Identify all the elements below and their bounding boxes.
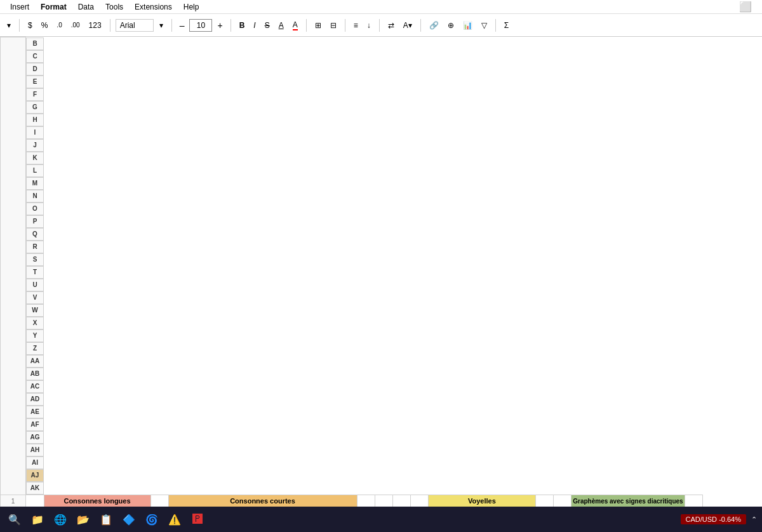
col-AA[interactable]: AA — [26, 355, 44, 368]
menu-insert[interactable]: Insert — [5, 1, 34, 13]
col-X[interactable]: X — [26, 317, 44, 329]
col-AG[interactable]: AG — [26, 431, 44, 444]
font-dropdown[interactable]: ▾ — [156, 20, 166, 31]
menu-tools[interactable]: Tools — [100, 1, 128, 13]
col-AF[interactable]: AF — [26, 418, 44, 431]
cell-AK1[interactable] — [685, 495, 702, 507]
col-F[interactable]: F — [26, 88, 44, 101]
cell-U1[interactable] — [375, 495, 392, 507]
wrap-btn[interactable]: ⇄ — [385, 20, 398, 31]
col-T[interactable]: T — [26, 266, 44, 279]
col-U[interactable]: U — [26, 279, 44, 291]
col-S[interactable]: S — [26, 253, 44, 266]
filter-btn[interactable]: ▽ — [478, 20, 490, 31]
cell-AA1[interactable] — [554, 495, 572, 507]
merge-btn[interactable]: ⊟ — [327, 20, 340, 31]
borders-btn[interactable]: ⊞ — [312, 20, 324, 31]
format-number-btn[interactable]: 123 — [86, 20, 105, 31]
cell-I1[interactable] — [150, 495, 168, 507]
cell-voyelles[interactable]: Voyelles — [428, 495, 536, 507]
col-I[interactable]: I — [26, 126, 44, 139]
currency-btn[interactable]: $ — [25, 20, 36, 31]
col-M[interactable]: M — [26, 177, 44, 190]
taskbar-app5[interactable]: 🅿 — [188, 510, 207, 529]
col-AB[interactable]: AB — [26, 368, 44, 380]
minus-btn[interactable]: – — [177, 20, 187, 30]
taskbar-arrow-up[interactable]: ⌃ — [751, 515, 757, 524]
strikethrough-btn[interactable]: S — [262, 20, 273, 31]
col-C[interactable]: C — [26, 50, 44, 63]
taskbar-app2[interactable]: 🔷 — [119, 510, 138, 529]
col-D[interactable]: D — [26, 63, 44, 76]
menu-format[interactable]: Format — [36, 1, 72, 13]
text-color-btn[interactable]: A — [290, 19, 301, 32]
col-R[interactable]: R — [26, 241, 44, 253]
cell-consonnes-longues[interactable]: Consonnes longues — [44, 495, 150, 507]
chart-btn[interactable]: 📊 — [460, 20, 476, 31]
col-G[interactable]: G — [26, 101, 44, 114]
separator-3 — [171, 19, 172, 32]
separator-8 — [420, 19, 421, 32]
taskbar-search[interactable]: 🔍 — [5, 510, 24, 529]
taskbar-app4[interactable]: ⚠️ — [165, 510, 184, 529]
align-btn[interactable]: ≡ — [351, 20, 361, 31]
col-AI[interactable]: AI — [26, 456, 44, 469]
taskbar-files[interactable]: 📁 — [28, 510, 47, 529]
col-Z[interactable]: Z — [26, 342, 44, 355]
taskbar-app3[interactable]: 🌀 — [142, 510, 161, 529]
back-btn[interactable]: ▾ — [4, 20, 14, 31]
maximize-icon[interactable]: ⬜ — [734, 0, 757, 14]
cell-consonnes-courtes[interactable]: Consonnes courtes — [168, 495, 357, 507]
col-AD[interactable]: AD — [26, 393, 44, 406]
col-AH[interactable]: AH — [26, 444, 44, 456]
col-AC[interactable]: AC — [26, 380, 44, 393]
taskbar-folder[interactable]: 📂 — [74, 510, 93, 529]
col-B[interactable]: B — [26, 37, 44, 50]
menu-extensions[interactable]: Extensions — [130, 1, 177, 13]
cell-T1[interactable] — [357, 495, 375, 507]
col-H[interactable]: H — [26, 114, 44, 126]
decimal-decrease-btn[interactable]: .0 — [53, 20, 65, 30]
cell-V1[interactable] — [392, 495, 410, 507]
font-size-input[interactable]: 10 — [189, 19, 212, 32]
col-L[interactable]: L — [26, 164, 44, 177]
plus-btn[interactable]: + — [215, 20, 225, 30]
grid-wrapper[interactable]: B C D E F G H I J K L M N O P Q R — [0, 37, 762, 513]
taskbar-right: CAD/USD -0.64% ⌃ — [681, 514, 757, 524]
separator-6 — [345, 19, 345, 32]
taskbar-edge[interactable]: 🌐 — [51, 510, 70, 529]
comment-btn[interactable]: ⊕ — [444, 20, 457, 31]
rotate-btn[interactable]: A▾ — [400, 20, 415, 31]
link-btn[interactable]: 🔗 — [426, 20, 442, 31]
decimal-increase-btn[interactable]: .00 — [68, 20, 83, 30]
col-AK[interactable]: AK — [26, 482, 44, 495]
cell-Z1[interactable] — [536, 495, 554, 507]
col-K[interactable]: K — [26, 152, 44, 164]
col-P[interactable]: P — [26, 215, 44, 228]
taskbar: 🔍 📁 🌐 📂 📋 🔷 🌀 ⚠️ 🅿 CAD/USD -0.64% ⌃ — [0, 507, 762, 532]
col-AJ[interactable]: AJ — [26, 469, 44, 482]
col-E[interactable]: E — [26, 76, 44, 88]
underline-btn[interactable]: A — [276, 20, 287, 31]
italic-btn[interactable]: I — [250, 20, 258, 31]
cell-B1[interactable] — [26, 495, 44, 507]
menu-data[interactable]: Data — [73, 1, 99, 13]
menu-help[interactable]: Help — [178, 1, 204, 13]
valign-btn[interactable]: ↓ — [364, 20, 374, 31]
cell-graphemes[interactable]: Graphèmes avec signes diacritiques — [572, 495, 685, 507]
col-N[interactable]: N — [26, 190, 44, 203]
bold-btn[interactable]: B — [236, 20, 248, 31]
col-O[interactable]: O — [26, 203, 44, 215]
percent-btn[interactable]: % — [38, 20, 51, 31]
separator-4 — [231, 19, 231, 32]
col-Y[interactable]: Y — [26, 329, 44, 342]
cell-W1[interactable] — [410, 495, 428, 507]
col-Q[interactable]: Q — [26, 228, 44, 241]
taskbar-app1[interactable]: 📋 — [97, 510, 116, 529]
font-selector[interactable]: Arial — [116, 19, 154, 32]
col-V[interactable]: V — [26, 291, 44, 304]
function-btn[interactable]: Σ — [501, 20, 512, 31]
col-J[interactable]: J — [26, 139, 44, 152]
col-W[interactable]: W — [26, 304, 44, 317]
col-AE[interactable]: AE — [26, 406, 44, 418]
